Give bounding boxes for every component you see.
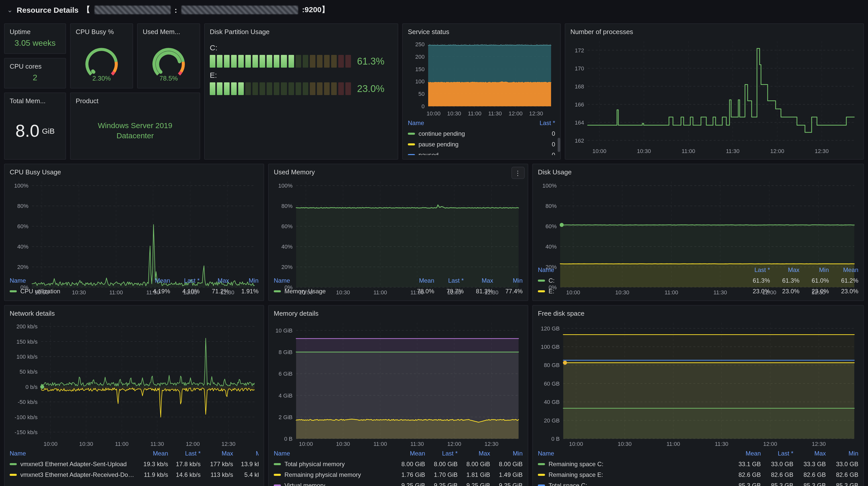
legend-col-header[interactable]: Mean [141,277,170,284]
legend-col-header[interactable]: Mean [393,450,425,457]
legend-col-header[interactable]: Max [200,450,233,457]
legend-col-header[interactable]: Last * [761,450,793,457]
series-name[interactable]: Memory Usage [284,287,326,294]
series-name[interactable]: continue pending [418,130,465,137]
legend-scrollbar[interactable] [558,138,560,152]
legend-col-header[interactable]: Last * [170,277,199,284]
panel-title[interactable]: CPU Busy % [76,27,127,37]
panel-title[interactable]: Disk Usage [538,167,858,177]
used-memory-chart[interactable]: 0%20%40%60%80%100%10:0010:3011:0011:3012… [274,177,523,275]
legend-col-header[interactable]: Min [493,277,523,284]
legend-value: 1.91% [229,287,258,294]
legend-col-header[interactable]: Max [770,266,800,273]
svg-text:0 B: 0 B [284,436,292,442]
panel-title[interactable]: Memory details [274,309,523,319]
panel-title[interactable]: Total Mem... [10,96,60,106]
legend-value: 1.49 GiB [490,471,523,478]
panel-title[interactable]: CPU cores [10,61,60,72]
series-name[interactable]: Virtual memory [284,482,325,486]
series-color-swatch [274,474,281,476]
legend-col-header[interactable]: Last * [741,266,770,273]
legend-col-header[interactable]: Max [464,277,493,284]
legend-row: Remaining space C:33.1 GB33.0 GB33.3 GB3… [538,459,858,469]
series-name[interactable]: Total physical memory [284,460,345,467]
cpu-busy-gauge[interactable]: 2.30% [76,37,127,84]
series-color-swatch [10,463,17,465]
legend-col-header[interactable]: Mean [405,277,434,284]
series-name[interactable]: Remaining space E: [549,471,603,478]
legend-col-name[interactable]: Name [538,450,728,457]
redacted-address [181,5,298,14]
free-disk-space-chart[interactable]: 0 B20 GB40 GB60 GB80 GB100 GB120 GB10:00… [538,319,858,448]
used-memory-gauge[interactable]: 78.5% [143,37,194,84]
legend-header: NameMeanLast *MaxMin [10,448,258,459]
legend-value: 8.00 GiB [458,460,490,467]
panel-title[interactable]: Disk Partition Usage [210,27,393,37]
series-name[interactable]: E: [549,287,554,294]
series-name[interactable]: C: [549,277,555,284]
collapse-chevron-icon[interactable]: ⌄ [7,6,13,13]
legend-value: 82.6 GB [728,471,761,478]
panel-title[interactable]: CPU Busy Usage [10,167,258,177]
led-segment [245,82,251,95]
panel-menu-kebab-icon[interactable]: ⋮ [512,167,525,179]
disk-usage-chart[interactable]: 0%20%40%60%80%100%10:0010:3011:0011:3012… [538,177,858,264]
legend-col-header[interactable]: Min [800,266,829,273]
svg-text:2 GiB: 2 GiB [279,414,292,421]
panel-title[interactable]: Uptime [10,27,60,37]
panel-title[interactable]: Number of processes [570,27,858,37]
series-name[interactable]: Remaining physical memory [284,471,361,478]
series-color-swatch [10,290,17,292]
legend-col-header[interactable]: Last * [520,119,555,126]
panel-title[interactable]: Free disk space [538,309,858,319]
series-name[interactable]: pause pending [418,141,459,148]
svg-text:11:00: 11:00 [666,441,680,447]
legend-col-header[interactable]: Mean [135,450,168,457]
network-details-chart[interactable]: 200 kb/s150 kb/s100 kb/s50 kb/s0 b/s-50 … [10,319,258,448]
legend-col-name[interactable]: Name [538,266,741,273]
series-name[interactable]: vmxnet3 Ethernet Adapter-Received-Downlo… [20,471,135,478]
legend-col-header[interactable]: Max [793,450,826,457]
led-segment [296,55,301,67]
legend-col-header[interactable]: Min [826,450,858,457]
legend-col-name[interactable]: Name [274,450,393,457]
panel-title[interactable]: Used Memory [274,167,523,177]
series-name[interactable]: CPU utilization [20,287,60,294]
series-name[interactable]: Remaining space C: [549,460,603,467]
service-status-chart[interactable]: 05010015020025010:0010:3011:0011:3012:00… [408,37,555,117]
processes-chart[interactable]: 16216416616817017210:0010:3011:0011:3012… [570,37,858,155]
series-name[interactable]: paused [418,151,439,155]
legend-col-name[interactable]: Name [408,119,520,126]
led-segment [303,55,308,67]
legend-col-header[interactable]: Min [229,277,258,284]
svg-text:40 GB: 40 GB [544,399,560,405]
legend-col-header[interactable]: Min [233,450,258,457]
legend-col-header[interactable]: Min [490,450,523,457]
panel-title[interactable]: Service status [408,27,555,37]
panel-title[interactable]: Network details [10,309,258,319]
legend-col-header[interactable]: Mean [829,266,858,273]
panel-title[interactable]: Product [76,96,194,106]
legend-col-header[interactable]: Mean [728,450,761,457]
network-details-legend: NameMeanLast *MaxMinvmxnet3 Ethernet Ada… [10,448,258,486]
panel-title[interactable]: Used Mem... [143,27,194,37]
legend-col-name[interactable]: Name [274,277,405,284]
legend-col-header[interactable]: Max [199,277,229,284]
svg-text:12:30: 12:30 [812,441,826,447]
row-title[interactable]: Resource Details [17,5,79,14]
legend-col-header[interactable]: Max [458,450,490,457]
svg-text:100%: 100% [542,182,557,189]
cpu-busy-usage-chart[interactable]: 0%20%40%60%80%100%10:0010:3011:0011:3012… [10,177,258,275]
legend-col-header[interactable]: Last * [434,277,464,284]
series-name[interactable]: Total space C: [549,482,587,486]
legend-col-name[interactable]: Name [10,277,141,284]
legend-col-header[interactable]: Last * [168,450,200,457]
svg-text:100: 100 [415,78,425,85]
legend-value: 71.2% [199,287,229,294]
legend-value: 9.25 GiB [458,482,490,486]
series-name[interactable]: vmxnet3 Ethernet Adapter-Sent-Upload [20,460,127,467]
legend-col-header[interactable]: Last * [425,450,458,457]
legend-col-name[interactable]: Name [10,450,135,457]
legend-value: 81.3% [464,287,493,294]
memory-details-chart[interactable]: 0 B2 GiB4 GiB6 GiB8 GiB10 GiB10:0010:301… [274,319,523,448]
